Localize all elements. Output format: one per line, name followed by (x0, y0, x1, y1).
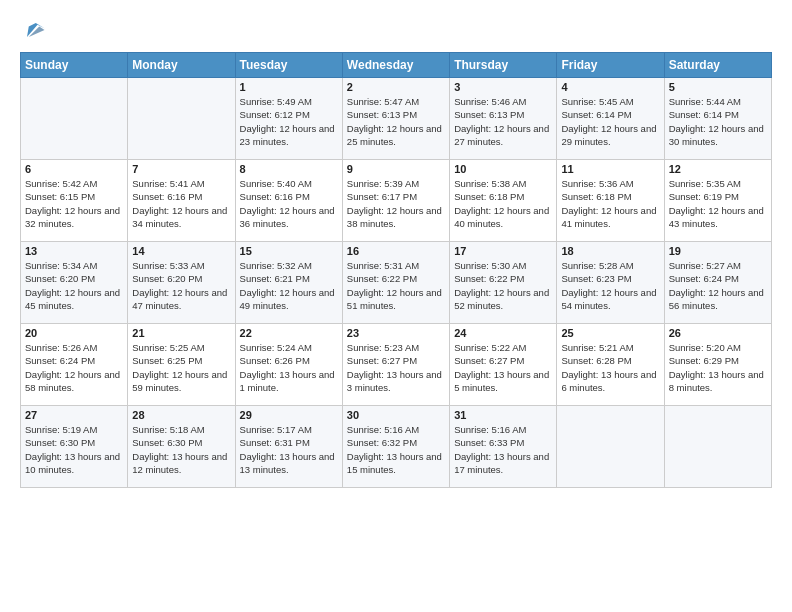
day-info: Sunrise: 5:30 AM Sunset: 6:22 PM Dayligh… (454, 259, 552, 312)
day-info: Sunrise: 5:35 AM Sunset: 6:19 PM Dayligh… (669, 177, 767, 230)
day-of-week-header: Friday (557, 53, 664, 78)
day-info: Sunrise: 5:47 AM Sunset: 6:13 PM Dayligh… (347, 95, 445, 148)
day-number: 24 (454, 327, 552, 339)
day-of-week-header: Monday (128, 53, 235, 78)
calendar-cell (664, 406, 771, 488)
day-of-week-header: Saturday (664, 53, 771, 78)
day-of-week-header: Thursday (450, 53, 557, 78)
day-number: 5 (669, 81, 767, 93)
header (20, 16, 772, 44)
day-number: 17 (454, 245, 552, 257)
day-info: Sunrise: 5:45 AM Sunset: 6:14 PM Dayligh… (561, 95, 659, 148)
day-number: 13 (25, 245, 123, 257)
day-number: 11 (561, 163, 659, 175)
calendar-cell: 13Sunrise: 5:34 AM Sunset: 6:20 PM Dayli… (21, 242, 128, 324)
day-info: Sunrise: 5:40 AM Sunset: 6:16 PM Dayligh… (240, 177, 338, 230)
day-number: 18 (561, 245, 659, 257)
day-info: Sunrise: 5:18 AM Sunset: 6:30 PM Dayligh… (132, 423, 230, 476)
day-info: Sunrise: 5:31 AM Sunset: 6:22 PM Dayligh… (347, 259, 445, 312)
calendar-cell: 11Sunrise: 5:36 AM Sunset: 6:18 PM Dayli… (557, 160, 664, 242)
day-info: Sunrise: 5:46 AM Sunset: 6:13 PM Dayligh… (454, 95, 552, 148)
day-number: 30 (347, 409, 445, 421)
calendar-cell: 15Sunrise: 5:32 AM Sunset: 6:21 PM Dayli… (235, 242, 342, 324)
day-number: 25 (561, 327, 659, 339)
calendar-cell: 14Sunrise: 5:33 AM Sunset: 6:20 PM Dayli… (128, 242, 235, 324)
calendar-cell: 1Sunrise: 5:49 AM Sunset: 6:12 PM Daylig… (235, 78, 342, 160)
day-info: Sunrise: 5:17 AM Sunset: 6:31 PM Dayligh… (240, 423, 338, 476)
day-info: Sunrise: 5:19 AM Sunset: 6:30 PM Dayligh… (25, 423, 123, 476)
day-info: Sunrise: 5:38 AM Sunset: 6:18 PM Dayligh… (454, 177, 552, 230)
day-number: 26 (669, 327, 767, 339)
calendar-week-row: 6Sunrise: 5:42 AM Sunset: 6:15 PM Daylig… (21, 160, 772, 242)
calendar-cell: 6Sunrise: 5:42 AM Sunset: 6:15 PM Daylig… (21, 160, 128, 242)
day-number: 10 (454, 163, 552, 175)
day-info: Sunrise: 5:34 AM Sunset: 6:20 PM Dayligh… (25, 259, 123, 312)
day-info: Sunrise: 5:16 AM Sunset: 6:32 PM Dayligh… (347, 423, 445, 476)
day-number: 27 (25, 409, 123, 421)
day-info: Sunrise: 5:28 AM Sunset: 6:23 PM Dayligh… (561, 259, 659, 312)
day-number: 29 (240, 409, 338, 421)
calendar-cell: 4Sunrise: 5:45 AM Sunset: 6:14 PM Daylig… (557, 78, 664, 160)
day-number: 3 (454, 81, 552, 93)
calendar-cell: 21Sunrise: 5:25 AM Sunset: 6:25 PM Dayli… (128, 324, 235, 406)
calendar-cell (128, 78, 235, 160)
calendar-cell: 24Sunrise: 5:22 AM Sunset: 6:27 PM Dayli… (450, 324, 557, 406)
day-info: Sunrise: 5:25 AM Sunset: 6:25 PM Dayligh… (132, 341, 230, 394)
calendar-week-row: 13Sunrise: 5:34 AM Sunset: 6:20 PM Dayli… (21, 242, 772, 324)
calendar-cell: 7Sunrise: 5:41 AM Sunset: 6:16 PM Daylig… (128, 160, 235, 242)
day-info: Sunrise: 5:36 AM Sunset: 6:18 PM Dayligh… (561, 177, 659, 230)
day-number: 7 (132, 163, 230, 175)
day-info: Sunrise: 5:26 AM Sunset: 6:24 PM Dayligh… (25, 341, 123, 394)
calendar-week-row: 27Sunrise: 5:19 AM Sunset: 6:30 PM Dayli… (21, 406, 772, 488)
calendar-cell: 12Sunrise: 5:35 AM Sunset: 6:19 PM Dayli… (664, 160, 771, 242)
day-number: 16 (347, 245, 445, 257)
day-info: Sunrise: 5:22 AM Sunset: 6:27 PM Dayligh… (454, 341, 552, 394)
day-of-week-header: Sunday (21, 53, 128, 78)
calendar-cell: 20Sunrise: 5:26 AM Sunset: 6:24 PM Dayli… (21, 324, 128, 406)
day-number: 31 (454, 409, 552, 421)
calendar-cell: 25Sunrise: 5:21 AM Sunset: 6:28 PM Dayli… (557, 324, 664, 406)
day-of-week-header: Wednesday (342, 53, 449, 78)
calendar-cell: 30Sunrise: 5:16 AM Sunset: 6:32 PM Dayli… (342, 406, 449, 488)
calendar-cell: 5Sunrise: 5:44 AM Sunset: 6:14 PM Daylig… (664, 78, 771, 160)
day-info: Sunrise: 5:39 AM Sunset: 6:17 PM Dayligh… (347, 177, 445, 230)
calendar-cell: 3Sunrise: 5:46 AM Sunset: 6:13 PM Daylig… (450, 78, 557, 160)
day-number: 22 (240, 327, 338, 339)
calendar-week-row: 20Sunrise: 5:26 AM Sunset: 6:24 PM Dayli… (21, 324, 772, 406)
calendar-cell: 2Sunrise: 5:47 AM Sunset: 6:13 PM Daylig… (342, 78, 449, 160)
calendar-cell: 19Sunrise: 5:27 AM Sunset: 6:24 PM Dayli… (664, 242, 771, 324)
calendar-cell: 29Sunrise: 5:17 AM Sunset: 6:31 PM Dayli… (235, 406, 342, 488)
calendar-cell (21, 78, 128, 160)
day-info: Sunrise: 5:32 AM Sunset: 6:21 PM Dayligh… (240, 259, 338, 312)
day-info: Sunrise: 5:44 AM Sunset: 6:14 PM Dayligh… (669, 95, 767, 148)
day-number: 23 (347, 327, 445, 339)
calendar-week-row: 1Sunrise: 5:49 AM Sunset: 6:12 PM Daylig… (21, 78, 772, 160)
calendar-cell: 28Sunrise: 5:18 AM Sunset: 6:30 PM Dayli… (128, 406, 235, 488)
calendar-cell: 8Sunrise: 5:40 AM Sunset: 6:16 PM Daylig… (235, 160, 342, 242)
day-info: Sunrise: 5:16 AM Sunset: 6:33 PM Dayligh… (454, 423, 552, 476)
calendar-cell: 23Sunrise: 5:23 AM Sunset: 6:27 PM Dayli… (342, 324, 449, 406)
calendar-cell: 26Sunrise: 5:20 AM Sunset: 6:29 PM Dayli… (664, 324, 771, 406)
day-info: Sunrise: 5:20 AM Sunset: 6:29 PM Dayligh… (669, 341, 767, 394)
day-info: Sunrise: 5:23 AM Sunset: 6:27 PM Dayligh… (347, 341, 445, 394)
day-info: Sunrise: 5:21 AM Sunset: 6:28 PM Dayligh… (561, 341, 659, 394)
day-number: 8 (240, 163, 338, 175)
calendar: SundayMondayTuesdayWednesdayThursdayFrid… (20, 52, 772, 488)
day-number: 9 (347, 163, 445, 175)
day-number: 28 (132, 409, 230, 421)
day-number: 21 (132, 327, 230, 339)
calendar-cell: 17Sunrise: 5:30 AM Sunset: 6:22 PM Dayli… (450, 242, 557, 324)
day-number: 20 (25, 327, 123, 339)
logo (20, 16, 52, 44)
day-number: 15 (240, 245, 338, 257)
calendar-cell: 16Sunrise: 5:31 AM Sunset: 6:22 PM Dayli… (342, 242, 449, 324)
day-number: 12 (669, 163, 767, 175)
day-info: Sunrise: 5:24 AM Sunset: 6:26 PM Dayligh… (240, 341, 338, 394)
calendar-header-row: SundayMondayTuesdayWednesdayThursdayFrid… (21, 53, 772, 78)
day-of-week-header: Tuesday (235, 53, 342, 78)
day-number: 2 (347, 81, 445, 93)
day-info: Sunrise: 5:42 AM Sunset: 6:15 PM Dayligh… (25, 177, 123, 230)
day-number: 4 (561, 81, 659, 93)
day-number: 14 (132, 245, 230, 257)
calendar-cell: 22Sunrise: 5:24 AM Sunset: 6:26 PM Dayli… (235, 324, 342, 406)
